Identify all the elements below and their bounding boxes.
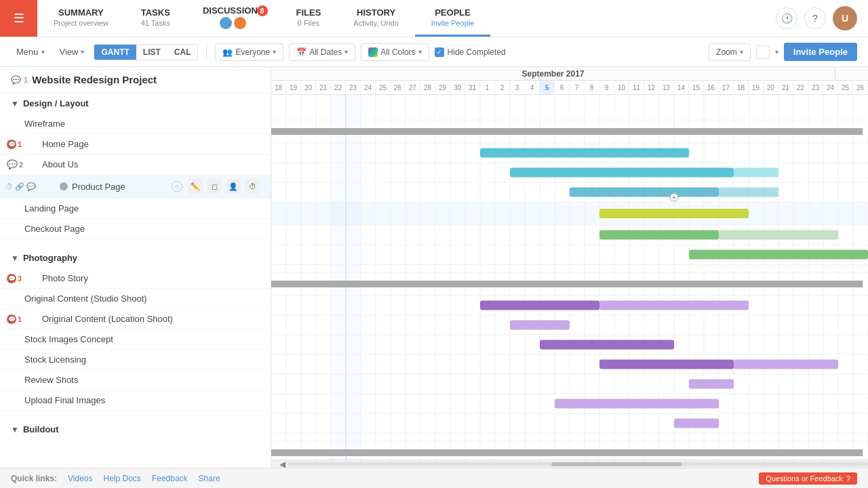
person-tool-button[interactable]: 👤 [226,179,241,194]
productpage-add-icon: ○ [172,181,182,192]
task-name-originalstudio: Original Content (Studio Shoot) [24,293,147,304]
day-cell: 15 [689,81,704,94]
day-cell: 8 [585,81,599,94]
alldates-label: All Dates [309,47,342,57]
menu-dropdown-button[interactable]: Menu ▾ [11,44,50,60]
task-name-uploadimages: Upload Final Images [24,395,105,405]
task-row-reviewshots[interactable]: Review Shots [0,370,271,390]
allcolors-chevron-icon: ▾ [418,48,422,56]
hamburger-button[interactable]: ☰ [0,0,37,37]
svg-rect-65 [271,128,863,135]
scroll-thumb[interactable] [551,462,683,466]
scroll-left-button[interactable]: ◀ [277,460,288,468]
everyone-filter-button[interactable]: 👥 Everyone ▾ [215,43,283,61]
view-switcher: GANTT LIST CAL [94,44,198,60]
cal-view-button[interactable]: CAL [167,45,198,60]
task-row-stockimages[interactable]: Stock Images Concept [0,329,271,350]
group-buildout[interactable]: ▼ Buildout [0,419,271,440]
task-name-landingpage: Landing Page [24,203,79,214]
help-button[interactable]: ? [804,7,826,29]
edit-tool-button[interactable]: ✏️ [188,179,203,194]
task-name-wireframe: Wireframe [24,119,65,129]
nav-tab-summary[interactable]: SUMMARY Project overview [37,0,125,37]
view-dropdown-button[interactable]: View ▾ [54,44,90,60]
footer-link-helpdocs[interactable]: Help Docs [104,474,141,483]
scroll-track [288,462,868,466]
history-tab-sub: Activity, Undo [353,19,398,27]
collapse-arrow-design: ▼ [11,99,19,108]
project-comment-icon: 💬 [11,75,21,85]
task-row-landingpage[interactable]: Landing Page [0,199,271,219]
toolbar-right: Zoom ▾ ▾ Invite People [709,43,857,61]
nav-tab-files[interactable]: FILES 0 Files [280,0,338,37]
originallocation-comment-count: 1 [18,315,22,323]
task-row-homepage[interactable]: 💬 1 Home Page [0,134,271,155]
day-cell: 1 [480,81,495,94]
task-name-aboutus: About Us [42,159,78,169]
clock-tool-button[interactable]: ⏱ [245,179,260,194]
nav-tab-people[interactable]: PEOPLE Invite People [415,0,491,37]
day-cell: 16 [704,81,719,94]
link-icon: 🔗 [15,182,24,191]
nav-tab-discussions[interactable]: DISCUSSIONS 8 [186,0,280,37]
checkbox-icon: ✓ [435,47,444,57]
task-row-originallocation[interactable]: 💬 1 Original Content (Location Shoot) [0,309,271,329]
people-tab-title: PEOPLE [435,7,471,18]
list-view-button[interactable]: LIST [136,45,167,60]
task-row-checkoutpage[interactable]: Checkout Page [0,219,271,239]
collapse-arrow-photography: ▼ [11,253,19,263]
svg-rect-75 [599,209,749,218]
alldates-filter-button[interactable]: 📅 All Dates ▾ [289,43,355,61]
task-row-wireframe[interactable]: Wireframe [0,114,271,134]
group-photography[interactable]: ▼ Photography [0,247,271,268]
svg-rect-72 [570,188,719,197]
invite-people-button[interactable]: Invite People [784,43,857,61]
hide-completed-label: Hide Completed [448,47,506,57]
day-cell: 26 [853,81,868,94]
left-panel: 💬 1 Website Redesign Project ▼ Design / … [0,67,271,468]
task-row-aboutus[interactable]: 💬 2 About Us [0,155,271,175]
gantt-view-button[interactable]: GANTT [94,45,136,60]
gantt-container: September 2017 October 2017 181920212223… [271,67,868,468]
zoom-dropdown-button[interactable]: Zoom ▾ [709,43,751,61]
nav-tab-tasks[interactable]: TASKS 41 Tasks [125,0,186,37]
task-row-productpage[interactable]: ⏱ 🔗 💬 Product Page ○ ✏️ ◻ 👤 ⏱ [0,175,271,199]
user-avatar[interactable]: U [833,6,857,30]
top-nav: ☰ SUMMARY Project overview TASKS 41 Task… [0,0,868,37]
hide-completed-toggle[interactable]: ✓ Hide Completed [435,47,506,57]
clock-small-icon: ⏱ [5,182,13,190]
nav-tab-history[interactable]: HISTORY Activity, Undo [337,0,414,37]
allcolors-filter-button[interactable]: All Colors ▾ [361,43,429,61]
task-name-stockimages: Stock Images Concept [24,334,113,344]
group-design-layout[interactable]: ▼ Design / Layout [0,93,271,114]
summary-tab-sub: Project overview [54,19,108,27]
colors-swatch-icon [368,47,378,57]
everyone-chevron-icon: ▾ [273,48,276,56]
color-picker-button[interactable] [756,45,770,59]
task-row-photostory[interactable]: 💬 3 Photo Story [0,268,271,289]
day-cell: 11 [629,81,644,94]
gantt-scrollbar-area: ◀ ▶ [271,460,868,468]
footer-link-feedback[interactable]: Feedback [152,474,188,483]
task-row-uploadimages[interactable]: Upload Final Images [0,390,271,411]
task-row-originalstudio[interactable]: Original Content (Studio Shoot) [0,289,271,309]
svg-rect-84 [271,281,863,287]
toolbar: Menu ▾ View ▾ GANTT LIST CAL 👥 Everyone … [0,37,868,67]
day-cell: 21 [316,81,331,94]
footer-link-share[interactable]: Share [199,474,220,483]
day-cell: 26 [391,81,406,94]
footer-link-videos[interactable]: Videos [68,474,92,483]
homepage-comment-badge: 💬 1 [7,140,22,149]
view-chevron-icon: ▾ [81,48,84,56]
task-row-stocklicensing[interactable]: Stock Licensing [0,350,271,370]
day-cell: 22 [793,81,808,94]
collapse-arrow-buildout: ▼ [11,425,19,434]
avatar-1 [220,17,232,29]
questions-feedback-button[interactable]: Questions or Feedback ? [759,472,857,485]
zoom-label: Zoom [716,47,737,57]
clock-button[interactable]: 🕐 [776,7,797,29]
project-title: Website Redesign Project [32,74,157,85]
day-cell: 10 [614,81,629,94]
color-tool-button[interactable]: ◻ [207,179,222,194]
svg-rect-103 [271,449,863,456]
